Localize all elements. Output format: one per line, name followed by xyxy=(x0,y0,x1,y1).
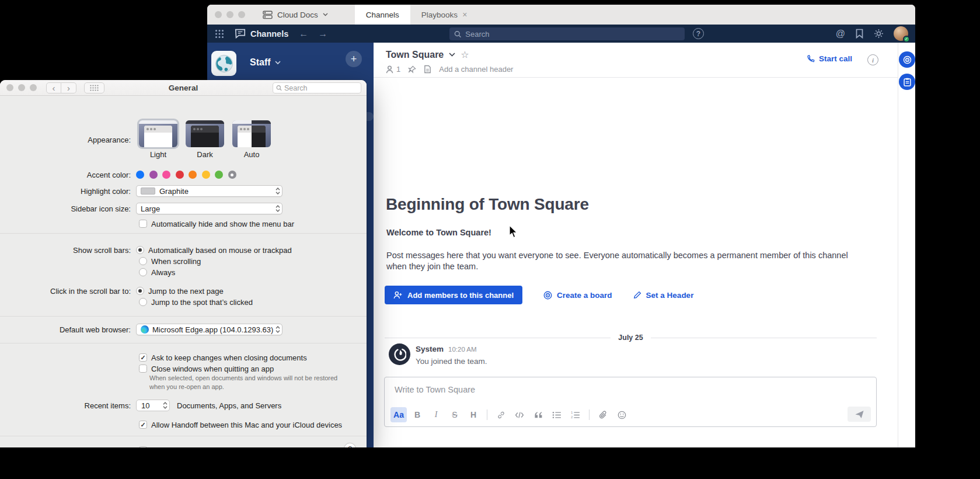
add-channel-header-link[interactable]: Add a channel header xyxy=(439,65,513,74)
saved-posts-icon[interactable] xyxy=(855,29,864,39)
close-button[interactable] xyxy=(215,11,222,18)
scroll-click-radio-next-page[interactable]: Jump to the next page xyxy=(136,287,224,296)
scroll-bars-radio-when-scrolling[interactable]: When scrolling xyxy=(139,255,367,267)
add-person-icon xyxy=(393,291,402,299)
checkbox-unchecked[interactable] xyxy=(139,220,147,228)
server-menu[interactable]: Cloud Docs xyxy=(263,11,328,19)
appearance-light-option[interactable] xyxy=(139,120,177,147)
member-count[interactable]: 1 xyxy=(386,65,400,74)
font-smoothing-row[interactable]: Use font smoothing when available xyxy=(139,445,367,447)
playbooks-icon[interactable] xyxy=(899,74,915,90)
team-icon[interactable] xyxy=(211,51,236,76)
start-call-button[interactable]: Start call xyxy=(807,54,852,63)
code-button[interactable] xyxy=(511,407,528,422)
mouse-cursor xyxy=(509,225,518,239)
favorite-star-icon[interactable]: ☆ xyxy=(461,49,469,60)
ask-keep-changes-row[interactable]: Ask to keep changes when closing documen… xyxy=(139,352,367,363)
prefs-search-field[interactable] xyxy=(273,82,361,93)
team-menu[interactable]: Staff xyxy=(250,57,281,68)
handoff-row[interactable]: Allow Handoff between this Mac and your … xyxy=(139,419,367,431)
message-composer[interactable]: Write to Town Square Aa B I S H xyxy=(384,377,877,427)
formatting-toolbar: Aa B I S H 12 xyxy=(390,407,630,422)
checkbox-checked[interactable] xyxy=(139,446,147,447)
highlight-color-dropdown[interactable]: Graphite xyxy=(136,185,283,197)
add-members-button[interactable]: Add members to this channel xyxy=(385,286,522,304)
checkbox-unchecked[interactable] xyxy=(139,365,147,373)
radio-selected[interactable] xyxy=(136,287,144,295)
product-switcher-icon[interactable] xyxy=(215,29,224,39)
radio-unselected[interactable] xyxy=(139,268,147,276)
settings-gear-icon[interactable] xyxy=(874,29,884,39)
app-tab-bar: Cloud Docs Channels Playbooks × xyxy=(207,5,915,25)
menu-bar-checkbox-row[interactable]: Automatically hide and show the menu bar xyxy=(139,218,367,230)
close-tab-icon[interactable]: × xyxy=(462,10,467,19)
send-button[interactable] xyxy=(848,407,871,422)
mentions-icon[interactable]: @ xyxy=(836,29,845,39)
minimize-button[interactable] xyxy=(226,11,233,18)
strikethrough-button[interactable]: S xyxy=(447,407,463,422)
accent-pink[interactable] xyxy=(162,171,170,179)
tab-channels[interactable]: Channels xyxy=(355,5,410,25)
forward-arrow-icon[interactable]: → xyxy=(318,29,327,39)
quote-button[interactable] xyxy=(530,407,546,422)
radio-unselected[interactable] xyxy=(139,257,147,265)
heading-button[interactable]: H xyxy=(465,407,482,422)
italic-button[interactable]: I xyxy=(428,407,444,422)
zoom-button[interactable] xyxy=(30,84,37,91)
forward-button[interactable]: › xyxy=(61,82,76,93)
show-all-grid-icon[interactable] xyxy=(84,82,104,93)
search-input[interactable] xyxy=(465,30,680,39)
appearance-auto-option[interactable] xyxy=(232,120,271,147)
checkbox-checked[interactable] xyxy=(139,353,147,362)
scroll-bars-radio-auto[interactable]: Automatically based on mouse or trackpad xyxy=(136,246,292,255)
chevron-down-icon[interactable] xyxy=(449,53,455,57)
recent-items-stepper[interactable]: 10 xyxy=(136,400,170,411)
minimize-button[interactable] xyxy=(18,84,25,91)
accent-graphite[interactable] xyxy=(228,171,236,179)
scroll-click-radio-spot[interactable]: Jump to the spot that’s clicked xyxy=(139,296,367,308)
help-button[interactable]: ? xyxy=(344,443,356,447)
phone-icon xyxy=(807,55,815,63)
user-avatar[interactable]: ✓ xyxy=(894,26,908,41)
boards-icon[interactable] xyxy=(899,51,915,68)
tab-playbooks[interactable]: Playbooks × xyxy=(410,5,478,25)
format-letter-case-button[interactable]: Aa xyxy=(390,407,407,422)
radio-unselected[interactable] xyxy=(139,298,147,306)
back-button[interactable]: ‹ xyxy=(46,82,61,93)
accent-yellow[interactable] xyxy=(202,171,210,179)
channel-files-icon[interactable] xyxy=(424,65,431,74)
emoji-icon[interactable] xyxy=(613,407,630,422)
numbered-list-button[interactable]: 12 xyxy=(567,407,584,422)
add-channel-button[interactable]: + xyxy=(346,51,362,67)
global-search[interactable] xyxy=(449,27,685,40)
default-browser-dropdown[interactable]: Microsoft Edge.app (104.0.1293.63) xyxy=(136,324,283,335)
accent-purple[interactable] xyxy=(149,171,158,179)
radio-selected[interactable] xyxy=(136,246,144,254)
set-header-button[interactable]: Set a Header xyxy=(633,291,694,300)
pinned-posts-icon[interactable] xyxy=(408,65,416,74)
link-button[interactable] xyxy=(493,407,509,422)
accent-blue[interactable] xyxy=(136,171,144,179)
message-sender[interactable]: System xyxy=(416,345,444,353)
back-arrow-icon[interactable]: ← xyxy=(299,29,308,39)
prefs-search-input[interactable] xyxy=(284,84,358,92)
sidebar-icon-size-dropdown[interactable]: Large xyxy=(136,203,283,214)
accent-orange[interactable] xyxy=(189,171,197,179)
checkbox-checked[interactable] xyxy=(139,421,147,429)
scroll-bars-radio-always[interactable]: Always xyxy=(139,266,367,278)
edge-browser-icon xyxy=(141,325,149,334)
help-icon[interactable]: ? xyxy=(693,28,704,39)
appearance-dark-option[interactable] xyxy=(186,120,224,147)
accent-green[interactable] xyxy=(215,171,223,179)
channel-info-icon[interactable]: i xyxy=(867,54,878,65)
channel-title[interactable]: Town Square xyxy=(386,50,444,60)
bulleted-list-button[interactable] xyxy=(549,407,565,422)
attachment-icon[interactable] xyxy=(595,407,611,422)
date-divider-label[interactable]: July 25 xyxy=(611,334,650,342)
create-board-button[interactable]: Create a board xyxy=(543,291,612,300)
accent-red[interactable] xyxy=(176,171,184,179)
close-windows-row[interactable]: Close windows when quitting an app xyxy=(139,363,367,374)
bold-button[interactable]: B xyxy=(409,407,426,422)
zoom-button[interactable] xyxy=(238,11,245,18)
close-button[interactable] xyxy=(6,84,13,91)
